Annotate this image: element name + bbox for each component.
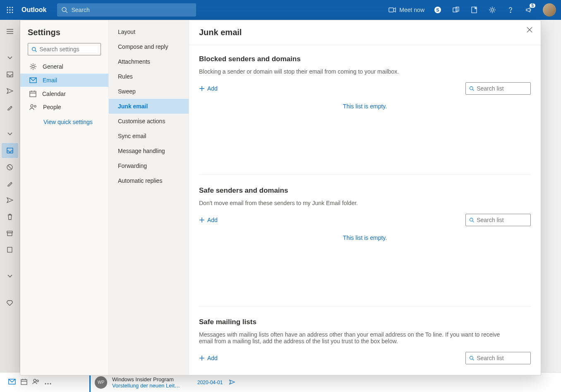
svg-point-37	[48, 383, 49, 384]
svg-text:S: S	[436, 7, 439, 12]
whatsnew-button[interactable]: 5	[520, 0, 538, 20]
svg-point-17	[491, 9, 494, 11]
svg-point-18	[510, 12, 511, 13]
quick-settings-link[interactable]: View quick settings	[20, 114, 108, 125]
svg-point-48	[34, 105, 36, 107]
teams-button[interactable]	[447, 0, 465, 20]
user-avatar[interactable]	[543, 3, 556, 17]
section-blocked: Blocked senders and domains Blocking a s…	[199, 55, 531, 175]
global-search[interactable]	[57, 3, 196, 17]
settings-content-pane: Junk email Blocked senders and domains B…	[189, 20, 541, 375]
svg-point-2	[12, 7, 13, 8]
notes-icon	[470, 6, 478, 14]
svg-point-1	[10, 7, 11, 8]
category-label: People	[43, 104, 61, 110]
settings-search[interactable]	[28, 43, 101, 55]
subnav-message-handling[interactable]: Message handling	[109, 143, 189, 158]
settings-search-input[interactable]	[39, 46, 97, 53]
add-label: Add	[207, 217, 218, 223]
section-description: Blocking a sender or domain will stop th…	[199, 68, 513, 75]
send-icon	[229, 380, 235, 385]
blocked-search[interactable]	[465, 82, 531, 95]
subnav-sync-email[interactable]: Sync email	[109, 129, 189, 143]
plus-icon	[199, 217, 205, 223]
svg-point-8	[12, 12, 13, 13]
notes-button[interactable]	[465, 0, 483, 20]
skype-icon: S	[434, 6, 441, 14]
search-icon	[469, 217, 474, 223]
close-button[interactable]	[527, 27, 532, 34]
svg-line-10	[66, 11, 67, 13]
add-blocked-button[interactable]: Add	[199, 85, 218, 92]
svg-rect-11	[389, 8, 393, 12]
help-button[interactable]	[501, 0, 520, 20]
settings-categories-pane: Settings General Email Calendar People V…	[20, 20, 109, 375]
skype-button[interactable]: S	[429, 0, 447, 20]
section-mailing: Safe mailing lists Messages with mailing…	[199, 318, 531, 375]
subnav-automatic-replies[interactable]: Automatic replies	[109, 173, 189, 188]
search-icon	[469, 355, 474, 361]
calendar-icon	[29, 90, 36, 97]
gear-icon	[29, 63, 37, 70]
safe-search-input[interactable]	[477, 217, 527, 223]
svg-point-7	[10, 12, 11, 13]
global-search-input[interactable]	[71, 7, 192, 13]
settings-button[interactable]	[483, 0, 501, 20]
svg-point-57	[470, 218, 473, 221]
mailing-search[interactable]	[465, 352, 531, 364]
svg-point-3	[7, 10, 8, 11]
nav-mail[interactable]	[8, 379, 16, 386]
subnav-rules[interactable]: Rules	[109, 69, 189, 84]
app-topbar: Outlook Meet now S 5	[0, 0, 561, 20]
mail-subject: Vorstellung der neuen Leit…	[112, 382, 180, 389]
section-description: Messages with mailing lists often have a…	[199, 331, 513, 344]
calendar-icon	[21, 378, 27, 385]
category-general[interactable]: General	[20, 60, 108, 74]
svg-point-36	[45, 383, 46, 384]
svg-line-62	[472, 359, 474, 360]
subnav-forwarding[interactable]: Forwarding	[109, 158, 189, 173]
section-title: Safe senders and domains	[199, 186, 531, 195]
app-launcher-button[interactable]	[0, 0, 20, 20]
svg-rect-30	[21, 380, 27, 385]
category-calendar[interactable]: Calendar	[20, 87, 108, 100]
mail-icon	[29, 77, 37, 83]
subnav-compose[interactable]: Compose and reply	[109, 39, 189, 54]
safe-search[interactable]	[465, 214, 531, 226]
meet-now-button[interactable]: Meet now	[384, 7, 429, 13]
add-mailing-button[interactable]: Add	[199, 355, 218, 361]
subnav-customise-actions[interactable]: Customise actions	[109, 114, 189, 129]
svg-line-58	[472, 221, 474, 222]
blocked-empty-text: This list is empty.	[199, 103, 531, 110]
nav-people[interactable]	[32, 379, 40, 386]
search-icon	[61, 7, 68, 13]
category-label: Email	[43, 77, 57, 84]
subnav-junk-email[interactable]: Junk email	[109, 99, 189, 114]
plus-icon	[199, 86, 205, 91]
category-label: General	[43, 63, 63, 70]
subnav-attachments[interactable]: Attachments	[109, 54, 189, 69]
section-title: Blocked senders and domains	[199, 55, 531, 63]
mail-list-row[interactable]: WP Windows Insider Program Vorstellung d…	[89, 373, 561, 392]
svg-point-34	[34, 379, 36, 382]
category-people[interactable]: People	[20, 100, 108, 114]
waffle-icon	[7, 7, 13, 13]
svg-point-4	[10, 10, 11, 11]
nav-calendar[interactable]	[21, 378, 27, 387]
add-label: Add	[207, 355, 218, 361]
people-icon	[32, 379, 40, 385]
section-safe: Safe senders and domains Don't move emai…	[199, 186, 531, 306]
gear-icon	[489, 6, 496, 14]
blocked-search-input[interactable]	[477, 85, 527, 92]
close-icon	[527, 27, 532, 33]
section-title: Safe mailing lists	[199, 318, 531, 326]
svg-point-61	[470, 356, 473, 359]
mailing-search-input[interactable]	[477, 355, 527, 361]
add-safe-button[interactable]: Add	[199, 217, 218, 223]
svg-point-41	[32, 65, 34, 68]
subnav-sweep[interactable]: Sweep	[109, 84, 189, 99]
subnav-layout[interactable]: Layout	[109, 24, 189, 39]
nav-more[interactable]	[45, 379, 51, 386]
category-email[interactable]: Email	[20, 74, 108, 87]
plus-icon	[199, 355, 205, 361]
